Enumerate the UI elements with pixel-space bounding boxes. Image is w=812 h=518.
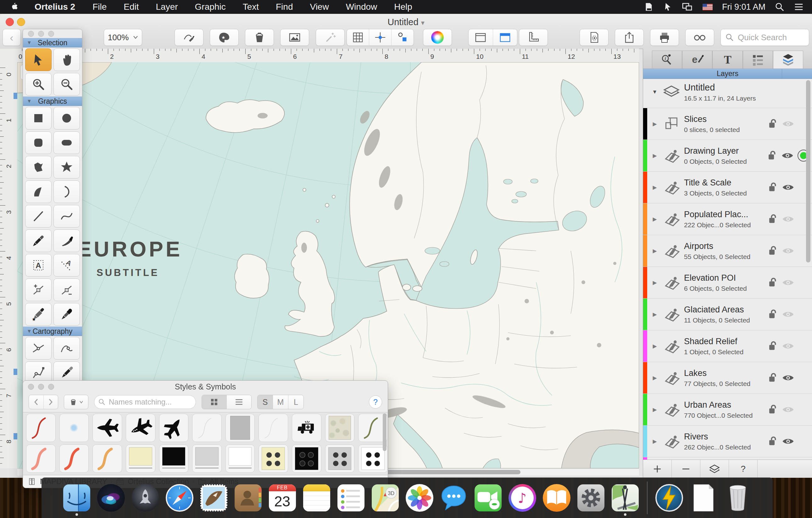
- menu-item-view[interactable]: View: [301, 2, 337, 12]
- fill-style-swatch[interactable]: [126, 445, 155, 473]
- drive-status-icon[interactable]: [643, 2, 654, 12]
- polygon-tool[interactable]: [25, 156, 52, 179]
- fill-style-swatch[interactable]: [192, 445, 222, 473]
- guide-marker[interactable]: [13, 433, 17, 439]
- guide-marker[interactable]: [13, 369, 17, 375]
- capsule-tool[interactable]: [54, 131, 80, 154]
- layer-row[interactable]: ▶ Populated Plac...222 Objec...0 Selecte…: [643, 203, 812, 235]
- disclosure-triangle-icon[interactable]: ▶: [649, 438, 660, 445]
- disclosure-triangle-icon[interactable]: ▶: [649, 311, 660, 318]
- star-tool[interactable]: [54, 156, 80, 179]
- menu-item-graphic[interactable]: Graphic: [186, 2, 234, 12]
- hand-tool[interactable]: [54, 49, 80, 71]
- disclosure-triangle-icon[interactable]: ▶: [649, 248, 660, 254]
- disclosure-triangle-icon[interactable]: ▶: [649, 279, 660, 286]
- dock-app-system-preferences[interactable]: [576, 481, 606, 515]
- eye-icon[interactable]: [782, 183, 798, 191]
- airplane-symbol-swatch[interactable]: [92, 414, 122, 442]
- stroke-style-swatch[interactable]: [26, 414, 56, 442]
- styles-forward-button[interactable]: [44, 395, 58, 409]
- tab-stylesheet[interactable]: e: [682, 51, 712, 68]
- layer-row[interactable]: ▶ Title & Scale3 Objects, 0 Selected: [643, 172, 812, 203]
- unlock-icon[interactable]: [768, 214, 782, 224]
- dock-app-itunes[interactable]: ♪: [507, 481, 538, 515]
- dock-app-ortelius[interactable]: [610, 481, 640, 515]
- dock-app-calendar[interactable]: FEB23: [267, 481, 297, 515]
- eye-icon[interactable]: [782, 215, 798, 223]
- eye-icon[interactable]: [782, 374, 798, 382]
- pattern-style-swatch[interactable]: [259, 445, 288, 473]
- layer-row[interactable]: ▶ Glaciated Areas11 Objects, 0 Selected: [643, 299, 812, 330]
- unlock-icon[interactable]: [768, 372, 782, 383]
- magic-wand-button[interactable]: [316, 29, 345, 46]
- section-graphics[interactable]: ▼Graphics: [23, 96, 82, 106]
- layer-row[interactable]: ▶ Rivers262 Objec...0 Selected: [643, 426, 812, 457]
- wedge-tool[interactable]: [25, 180, 52, 203]
- dock-app-maps[interactable]: 3D: [370, 481, 400, 515]
- stroke-style-swatch[interactable]: [59, 445, 89, 473]
- nodejoin-tool[interactable]: [25, 337, 52, 360]
- menu-app-name[interactable]: Ortelius 2: [26, 2, 84, 12]
- freehand-tool[interactable]: [25, 230, 52, 252]
- airplane-symbol-swatch[interactable]: [126, 414, 155, 442]
- fill-style-swatch[interactable]: [226, 414, 255, 442]
- title-chevron-icon[interactable]: ▾: [421, 19, 425, 27]
- nodecurve-tool[interactable]: [54, 337, 80, 360]
- fill-style-swatch[interactable]: [226, 445, 255, 473]
- section-cartography[interactable]: ▼Cartography: [23, 327, 82, 336]
- layer-row[interactable]: ▶ Slices0 slices, 0 selected: [643, 108, 812, 140]
- grid-view-button[interactable]: [202, 395, 226, 409]
- tab-list[interactable]: [743, 51, 773, 68]
- styles-palette-button[interactable]: ★: [210, 29, 239, 46]
- styles-back-button[interactable]: [29, 395, 44, 409]
- unlock-icon[interactable]: [768, 277, 782, 288]
- dock-app-facetime[interactable]: [473, 481, 503, 515]
- unlock-icon[interactable]: [768, 404, 782, 415]
- color-wheel-button[interactable]: [423, 29, 452, 46]
- layer-row[interactable]: ▶ Lakes77 Objects, 0 Selected: [643, 362, 812, 394]
- delnode-tool[interactable]: [54, 278, 80, 301]
- menu-item-text[interactable]: Text: [234, 2, 267, 12]
- guide-marker[interactable]: [13, 93, 17, 99]
- layer-row[interactable]: ▶ Drawing Layer0 Objects, 0 Selected: [643, 140, 812, 172]
- layer-row[interactable]: ▶ Airports55 Objects, 0 Selected: [643, 235, 812, 267]
- menu-item-layer[interactable]: Layer: [147, 2, 186, 12]
- map-title-text[interactable]: EUROPE: [77, 237, 182, 261]
- textbox-tool[interactable]: A: [25, 254, 52, 277]
- stroke-style-swatch[interactable]: [26, 445, 56, 473]
- tab-layers[interactable]: [773, 51, 803, 68]
- disclosure-triangle-icon[interactable]: ▶: [649, 184, 660, 191]
- line-tool[interactable]: [25, 205, 52, 227]
- disclosure-triangle-icon[interactable]: ▶: [649, 121, 660, 127]
- toggle-right-panel-button[interactable]: [493, 29, 517, 45]
- map-subtitle-text[interactable]: SUBTITLE: [96, 267, 160, 278]
- quick-search-field[interactable]: [721, 29, 809, 46]
- unlock-icon[interactable]: [768, 341, 782, 352]
- dock-app-safari[interactable]: [165, 481, 195, 515]
- menu-item-window[interactable]: Window: [338, 2, 386, 12]
- dock-app-launchpad[interactable]: [130, 481, 161, 515]
- eyedropper-tool[interactable]: [54, 303, 80, 326]
- arrow-tool[interactable]: [25, 49, 52, 71]
- unlock-icon[interactable]: [768, 245, 782, 256]
- arc-tool[interactable]: [54, 180, 80, 203]
- size-S-button[interactable]: S: [258, 395, 273, 409]
- input-source-flag-icon[interactable]: [702, 4, 713, 10]
- fill-bucket-button[interactable]: [245, 29, 274, 46]
- fill-style-swatch[interactable]: [159, 445, 189, 473]
- ambulance-symbol-swatch[interactable]: [292, 414, 321, 442]
- airplane-symbol-swatch[interactable]: [159, 414, 189, 442]
- snap-toggle-button[interactable]: [391, 29, 413, 45]
- eye-icon[interactable]: [782, 405, 798, 414]
- disclosure-triangle-icon[interactable]: ▶: [649, 375, 660, 381]
- disclosure-triangle-icon[interactable]: ▶: [649, 343, 660, 349]
- styles-help-button[interactable]: ?: [369, 395, 382, 408]
- dock-app-lightning-utility[interactable]: [654, 481, 684, 515]
- layer-row[interactable]: ▶ Shaded Relief1 Object, 0 Selected: [643, 330, 812, 362]
- grid-toggle-button[interactable]: [347, 29, 369, 45]
- disclosure-triangle-icon[interactable]: ▶: [649, 406, 660, 413]
- zoom-level-dropdown[interactable]: 100%: [104, 29, 142, 46]
- tab-text[interactable]: T: [712, 51, 743, 68]
- unlock-icon[interactable]: [768, 309, 782, 320]
- dock-app-textedit-document[interactable]: [688, 481, 719, 515]
